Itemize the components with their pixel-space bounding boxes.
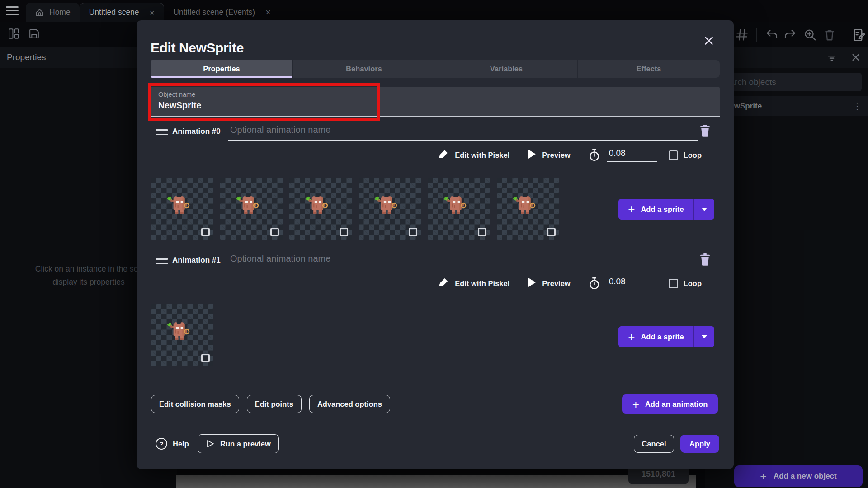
frame-select-checkbox[interactable] bbox=[270, 228, 279, 236]
edit-object-dialog: Edit NewSprite Properties Behaviors Vari… bbox=[137, 20, 734, 469]
sprite-frame[interactable] bbox=[289, 178, 352, 240]
pig-sprite bbox=[236, 194, 262, 216]
drag-handle-icon[interactable] bbox=[156, 129, 168, 138]
help-button[interactable]: ? Help bbox=[156, 438, 189, 450]
stopwatch-icon bbox=[588, 149, 601, 162]
pig-sprite bbox=[374, 194, 400, 216]
pig-sprite bbox=[166, 320, 193, 343]
stopwatch-icon bbox=[588, 277, 601, 290]
sprite-frame[interactable] bbox=[151, 178, 213, 240]
sprite-frame[interactable] bbox=[428, 178, 490, 240]
animation-header: Animation #1 bbox=[151, 252, 720, 272]
sprite-frame[interactable] bbox=[497, 178, 559, 240]
trash-icon bbox=[699, 253, 711, 266]
play-icon bbox=[528, 277, 536, 289]
tab-behaviors[interactable]: Behaviors bbox=[292, 60, 435, 78]
dialog-title: Edit NewSprite bbox=[151, 40, 244, 56]
play-outline-icon bbox=[206, 439, 215, 448]
animation-name-input[interactable] bbox=[228, 123, 698, 141]
frame-select-checkbox[interactable] bbox=[340, 228, 348, 236]
caret-down-icon bbox=[702, 335, 707, 338]
help-icon: ? bbox=[156, 438, 167, 450]
brush-icon bbox=[438, 277, 449, 290]
animation-title: Animation #1 bbox=[172, 256, 221, 265]
apply-button[interactable]: Apply bbox=[680, 435, 719, 453]
frame-select-checkbox[interactable] bbox=[201, 228, 210, 236]
advanced-options-button[interactable]: Advanced options bbox=[309, 395, 390, 413]
close-dialog-button[interactable] bbox=[700, 32, 717, 49]
animation-header: Animation #0 bbox=[151, 123, 720, 143]
animation-controls: Edit with Piskel Preview Loop bbox=[151, 274, 702, 292]
sprite-frame[interactable] bbox=[151, 304, 213, 366]
animation-name-input[interactable] bbox=[228, 252, 698, 269]
gdevelop-app: Home Untitled scene × Untitled scene (Ev… bbox=[0, 0, 868, 488]
pig-sprite bbox=[305, 194, 331, 216]
animation-controls: Edit with Piskel Preview Loop bbox=[151, 146, 702, 164]
dialog-tab-bar: Properties Behaviors Variables Effects bbox=[151, 60, 720, 78]
brush-icon bbox=[438, 149, 449, 161]
edit-with-piskel-button[interactable]: Edit with Piskel bbox=[438, 149, 509, 161]
preview-button[interactable]: Preview bbox=[528, 149, 570, 161]
pig-sprite bbox=[512, 194, 538, 216]
edit-with-piskel-button[interactable]: Edit with Piskel bbox=[438, 277, 509, 290]
add-sprite-dropdown-button[interactable] bbox=[694, 199, 714, 220]
add-a-sprite-button[interactable]: + Add a sprite bbox=[618, 199, 714, 220]
caret-down-icon bbox=[702, 208, 707, 211]
add-sprite-dropdown-button[interactable] bbox=[694, 326, 714, 347]
edit-points-button[interactable]: Edit points bbox=[247, 395, 302, 413]
tab-effects[interactable]: Effects bbox=[577, 60, 720, 78]
sprite-frame[interactable] bbox=[220, 178, 283, 240]
sprite-actions-row: Edit collision masks Edit points Advance… bbox=[151, 395, 390, 413]
plus-icon: + bbox=[628, 331, 635, 343]
add-a-sprite-button[interactable]: + Add a sprite bbox=[618, 326, 714, 347]
pig-sprite bbox=[166, 194, 193, 216]
run-a-preview-button[interactable]: Run a preview bbox=[198, 434, 279, 453]
delete-animation-button[interactable] bbox=[699, 253, 711, 266]
loop-label: Loop bbox=[684, 279, 702, 288]
object-name-field[interactable]: Object name bbox=[151, 87, 720, 117]
close-icon bbox=[703, 35, 715, 47]
trash-icon bbox=[699, 124, 711, 137]
frames-row bbox=[151, 178, 559, 240]
frame-select-checkbox[interactable] bbox=[547, 228, 556, 236]
plus-icon: + bbox=[628, 203, 635, 215]
object-name-label: Object name bbox=[158, 91, 712, 98]
play-icon bbox=[528, 149, 536, 161]
cancel-button[interactable]: Cancel bbox=[634, 435, 674, 453]
tab-properties[interactable]: Properties bbox=[151, 60, 292, 78]
animation-title: Animation #0 bbox=[172, 127, 221, 136]
tab-variables[interactable]: Variables bbox=[435, 60, 577, 78]
delete-animation-button[interactable] bbox=[699, 124, 711, 137]
frame-select-checkbox[interactable] bbox=[478, 228, 486, 236]
preview-button[interactable]: Preview bbox=[528, 277, 570, 289]
time-between-frames-input[interactable] bbox=[607, 277, 657, 290]
loop-checkbox[interactable] bbox=[669, 150, 678, 160]
plus-icon: + bbox=[632, 399, 639, 410]
drag-handle-icon[interactable] bbox=[156, 258, 168, 267]
frames-row bbox=[151, 304, 213, 366]
time-between-frames-input[interactable] bbox=[607, 148, 657, 162]
add-an-animation-button[interactable]: + Add an animation bbox=[622, 394, 718, 414]
loop-label: Loop bbox=[684, 151, 702, 160]
loop-checkbox[interactable] bbox=[669, 279, 678, 288]
pig-sprite bbox=[443, 194, 469, 216]
frame-select-checkbox[interactable] bbox=[409, 228, 417, 236]
edit-collision-masks-button[interactable]: Edit collision masks bbox=[151, 395, 239, 413]
frame-select-checkbox[interactable] bbox=[201, 354, 210, 362]
sprite-frame[interactable] bbox=[359, 178, 421, 240]
object-name-input[interactable] bbox=[158, 98, 712, 111]
